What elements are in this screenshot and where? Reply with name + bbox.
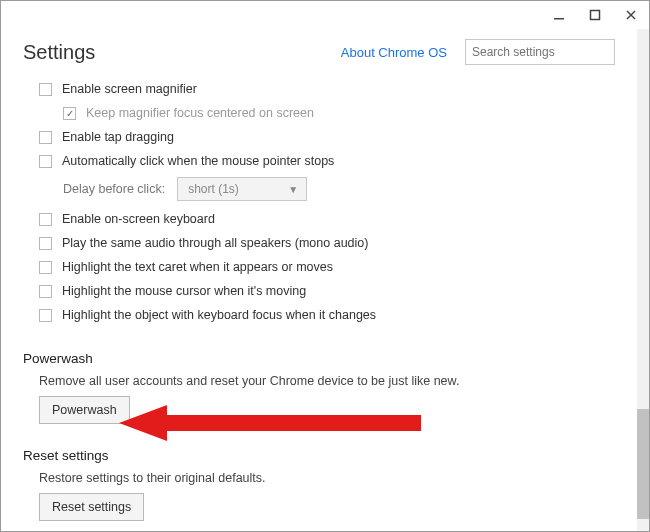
checkbox-label: Enable on-screen keyboard: [62, 212, 215, 226]
minimize-button[interactable]: [547, 5, 571, 25]
highlight-mouse-cursor-row[interactable]: Highlight the mouse cursor when it's mov…: [23, 279, 615, 303]
svg-rect-0: [554, 18, 564, 20]
mono-audio-row[interactable]: Play the same audio through all speakers…: [23, 231, 615, 255]
reset-settings-body: Restore settings to their original defau…: [1, 467, 637, 527]
scrollbar-thumb[interactable]: [637, 409, 649, 519]
enable-tap-dragging-row[interactable]: Enable tap dragging: [23, 125, 615, 149]
checkbox-icon[interactable]: [39, 309, 52, 322]
titlebar: [1, 1, 649, 29]
chevron-down-icon: ▼: [288, 184, 298, 195]
checkbox-label: Highlight the mouse cursor when it's mov…: [62, 284, 306, 298]
checkbox-icon[interactable]: [39, 83, 52, 96]
checkbox-icon[interactable]: [39, 285, 52, 298]
maximize-button[interactable]: [583, 5, 607, 25]
scrollbar-track[interactable]: [637, 29, 649, 531]
checkbox-label: Highlight the object with keyboard focus…: [62, 308, 376, 322]
reset-settings-desc: Restore settings to their original defau…: [23, 467, 615, 493]
auto-click-row[interactable]: Automatically click when the mouse point…: [23, 149, 615, 173]
checkbox-label: Keep magnifier focus centered on screen: [86, 106, 314, 120]
powerwash-button[interactable]: Powerwash: [39, 396, 130, 424]
checkbox-icon[interactable]: [39, 261, 52, 274]
svg-rect-1: [591, 11, 600, 20]
checkbox-icon[interactable]: [39, 213, 52, 226]
checkbox-icon[interactable]: [39, 131, 52, 144]
checkbox-icon[interactable]: [39, 237, 52, 250]
accessibility-section: Enable screen magnifier Keep magnifier f…: [1, 73, 637, 333]
checkbox-label: Play the same audio through all speakers…: [62, 236, 368, 250]
content-area: Settings About Chrome OS Enable screen m…: [1, 29, 637, 531]
page-title: Settings: [23, 41, 95, 64]
hide-advanced-settings-link[interactable]: Hide advanced settings...: [1, 527, 169, 531]
delay-label: Delay before click:: [63, 182, 165, 196]
checkbox-label: Enable tap dragging: [62, 130, 174, 144]
select-value: short (1s): [188, 182, 239, 196]
enable-screen-magnifier-row[interactable]: Enable screen magnifier: [23, 77, 615, 101]
about-chrome-os-link[interactable]: About Chrome OS: [341, 45, 447, 60]
close-button[interactable]: [619, 5, 643, 25]
powerwash-title: Powerwash: [1, 333, 637, 370]
checkbox-icon: [63, 107, 76, 120]
powerwash-body: Remove all user accounts and reset your …: [1, 370, 637, 430]
enable-onscreen-keyboard-row[interactable]: Enable on-screen keyboard: [23, 207, 615, 231]
checkbox-label: Enable screen magnifier: [62, 82, 197, 96]
highlight-text-caret-row[interactable]: Highlight the text caret when it appears…: [23, 255, 615, 279]
reset-settings-button[interactable]: Reset settings: [39, 493, 144, 521]
keep-magnifier-focus-row: Keep magnifier focus centered on screen: [23, 101, 615, 125]
delay-before-click-row: Delay before click: short (1s) ▼: [23, 173, 615, 207]
delay-select[interactable]: short (1s) ▼: [177, 177, 307, 201]
powerwash-desc: Remove all user accounts and reset your …: [23, 370, 615, 396]
checkbox-label: Automatically click when the mouse point…: [62, 154, 334, 168]
checkbox-icon[interactable]: [39, 155, 52, 168]
reset-settings-title: Reset settings: [1, 430, 637, 467]
header-row: Settings About Chrome OS: [1, 29, 637, 73]
checkbox-label: Highlight the text caret when it appears…: [62, 260, 333, 274]
search-input[interactable]: [465, 39, 615, 65]
highlight-keyboard-focus-row[interactable]: Highlight the object with keyboard focus…: [23, 303, 615, 327]
